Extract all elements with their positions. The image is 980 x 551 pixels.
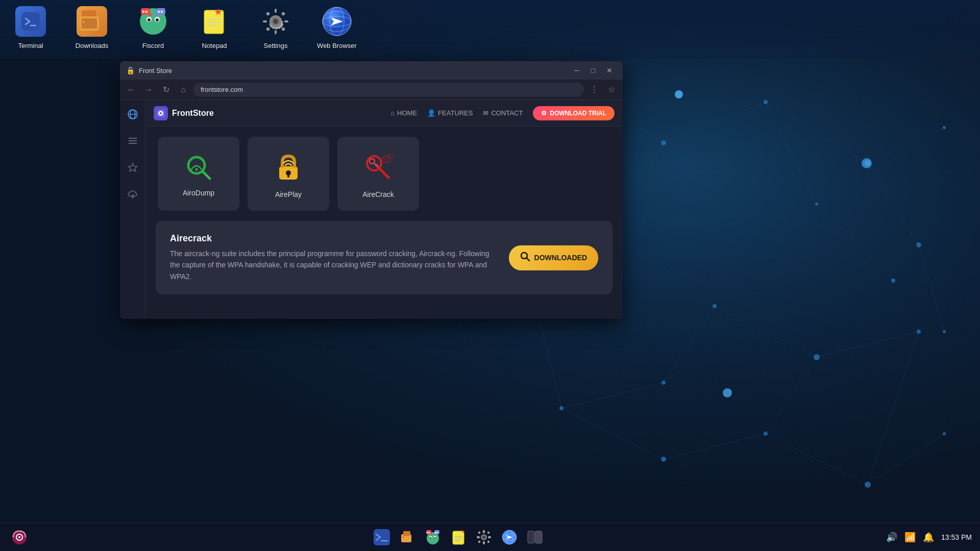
settings-icon — [260, 6, 291, 37]
svg-point-61 — [149, 13, 152, 16]
svg-rect-77 — [275, 9, 277, 13]
taskbar-right: 🔊 📶 🔔 13:53 PM — [886, 532, 972, 543]
taskbar-multitask-icon[interactable] — [524, 526, 546, 548]
svg-point-157 — [482, 536, 485, 539]
nav-home[interactable]: ⌂ HOME — [390, 109, 417, 117]
signal-icon[interactable]: 📶 — [904, 532, 916, 543]
address-bar[interactable] — [193, 83, 584, 97]
svg-rect-80 — [284, 20, 288, 22]
app-card-aireplay[interactable]: AirePlay — [248, 137, 329, 211]
svg-rect-163 — [528, 531, 534, 543]
maximize-button[interactable]: □ — [586, 65, 600, 76]
svg-point-86 — [273, 19, 278, 24]
svg-line-113 — [379, 168, 388, 178]
svg-rect-52 — [82, 18, 97, 29]
taskbar-podcast-icon[interactable] — [8, 526, 31, 548]
airecrack-icon — [360, 149, 396, 185]
aireplay-icon — [271, 149, 306, 185]
taskbar-left — [8, 526, 31, 548]
back-button[interactable]: ← — [124, 83, 138, 97]
svg-point-58 — [148, 18, 151, 21]
frontstore-header: FrontStore ⌂ HOME 👤 FEATURES ✉ CONTACT — [145, 100, 623, 127]
downloaded-button[interactable]: DOWNLOADED — [509, 245, 598, 270]
downloads-label: Downloads — [76, 42, 108, 49]
downloaded-icon — [520, 252, 530, 264]
sidebar-menu-icon[interactable] — [125, 133, 141, 149]
browser-sidebar — [120, 100, 145, 319]
more-options-button[interactable]: ⋮ — [587, 83, 601, 97]
notepad-label: Notepad — [202, 42, 227, 49]
svg-rect-148 — [483, 530, 485, 533]
web-browser-icon — [322, 6, 352, 37]
svg-rect-164 — [535, 531, 542, 543]
airodump-label: AiroDump — [183, 189, 214, 197]
downloads-icon — [77, 6, 107, 37]
desktop-icon-web-browser[interactable]: Web Browser — [316, 5, 357, 49]
frontstore-logo-text: FrontStore — [172, 109, 214, 118]
minimize-button[interactable]: ─ — [570, 65, 584, 76]
app-card-airodump[interactable]: AiroDump — [158, 137, 239, 211]
browser-window: 🔒 Front Store ─ □ ✕ ← → ↻ ⌂ ⋮ ☆ — [120, 61, 623, 319]
nav-contact[interactable]: ✉ CONTACT — [483, 109, 523, 117]
taskbar-terminal-icon[interactable] — [371, 526, 393, 548]
svg-rect-154 — [478, 540, 481, 543]
home-icon: ⌂ — [390, 109, 395, 117]
desktop-icon-fiscord[interactable]: Fiscord — [133, 5, 174, 49]
svg-point-136 — [430, 533, 432, 535]
svg-rect-69 — [204, 10, 224, 34]
svg-rect-143 — [453, 531, 464, 544]
taskbar-fiscord-icon[interactable] — [422, 526, 444, 548]
sidebar-cloud-icon[interactable] — [125, 186, 141, 202]
reload-button[interactable]: ↻ — [159, 83, 173, 97]
settings-label: Settings — [264, 42, 288, 49]
taskbar-settings-icon[interactable] — [473, 526, 495, 548]
desktop-icon-downloads[interactable]: Downloads — [71, 5, 112, 49]
svg-marker-100 — [128, 163, 137, 171]
svg-rect-79 — [263, 20, 267, 22]
desktop-icon-notepad[interactable]: Notepad — [194, 5, 235, 49]
svg-rect-78 — [275, 30, 277, 34]
svg-point-104 — [160, 112, 162, 114]
svg-line-121 — [527, 258, 529, 261]
svg-rect-64 — [156, 8, 165, 15]
download-trial-button[interactable]: ⚙ DOWNLOAD TRIAL — [533, 106, 615, 120]
airodump-icon — [182, 151, 215, 184]
desktop-top-bar: Terminal Downloads — [0, 0, 980, 59]
nav-features[interactable]: 👤 FEATURES — [427, 109, 473, 117]
browser-titlebar: 🔒 Front Store ─ □ ✕ — [120, 61, 623, 80]
app-detail-title: Airecrack — [170, 233, 497, 244]
forward-button[interactable]: → — [141, 83, 156, 97]
browser-body: FrontStore ⌂ HOME 👤 FEATURES ✉ CONTACT — [120, 100, 623, 319]
svg-point-62 — [142, 11, 144, 13]
svg-point-63 — [145, 11, 148, 13]
downloaded-label: DOWNLOADED — [534, 254, 587, 262]
frontstore-logo-icon — [154, 106, 168, 120]
desktop-icon-settings[interactable]: Settings — [255, 5, 296, 49]
aireplay-label: AirePlay — [275, 190, 302, 198]
sidebar-globe-icon[interactable] — [125, 106, 141, 122]
svg-rect-60 — [141, 8, 150, 15]
app-detail-desc: The aircrack-ng suite includes the princ… — [170, 248, 497, 282]
volume-icon[interactable]: 🔊 — [886, 532, 897, 543]
svg-point-134 — [434, 537, 436, 538]
svg-rect-149 — [483, 541, 485, 544]
desktop-icon-terminal[interactable]: Terminal — [10, 5, 51, 49]
bookmark-button[interactable]: ☆ — [604, 83, 619, 97]
svg-point-67 — [161, 11, 163, 13]
svg-rect-155 — [487, 540, 490, 543]
svg-point-119 — [388, 154, 393, 159]
frontstore-logo: FrontStore — [154, 106, 214, 120]
taskbar-notepad-icon[interactable] — [447, 526, 470, 548]
taskbar-browser-icon[interactable] — [498, 526, 521, 548]
home-button[interactable]: ⌂ — [176, 83, 190, 97]
fiscord-label: Fiscord — [142, 42, 164, 49]
app-detail-card: Airecrack The aircrack-ng suite includes… — [156, 221, 612, 294]
svg-rect-152 — [478, 531, 481, 534]
sidebar-star-icon[interactable] — [125, 159, 141, 176]
svg-point-59 — [156, 18, 159, 21]
window-controls: ─ □ ✕ — [570, 65, 617, 76]
notification-icon[interactable]: 🔔 — [923, 532, 934, 543]
taskbar-downloads-icon[interactable] — [396, 526, 419, 548]
close-button[interactable]: ✕ — [602, 65, 617, 76]
app-card-airecrack[interactable]: AireCrack — [337, 137, 419, 211]
